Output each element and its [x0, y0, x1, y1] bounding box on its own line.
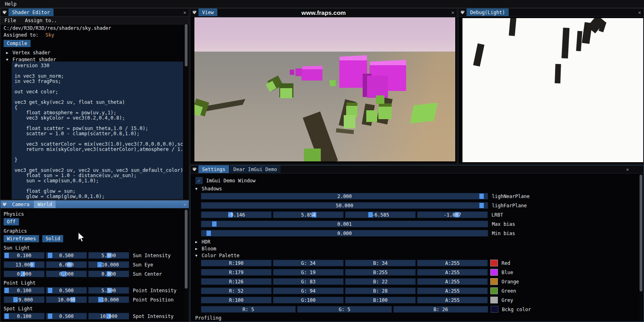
drag-slider[interactable]: -10.000 [88, 296, 129, 303]
settings-scrollbar[interactable] [639, 174, 643, 321]
close-icon[interactable]: ✕ [623, 165, 632, 173]
compile-button[interactable]: Compile [4, 40, 31, 47]
color-channel-drag[interactable]: G: 19 [273, 269, 344, 276]
color-channel-drag[interactable]: R:190 [201, 260, 272, 266]
slider-value: R: 52 [201, 288, 272, 294]
tree-node-color-palette[interactable]: ▼ Color Palette [195, 253, 638, 258]
color-channel-drag[interactable]: G: 34 [273, 260, 344, 266]
color-channel-drag[interactable]: G: 83 [273, 278, 344, 285]
drag-slider[interactable]: 5.854 [273, 211, 344, 218]
button-solid[interactable]: Solid [42, 235, 63, 242]
color-channel-drag[interactable]: B: 28 [345, 287, 416, 294]
tab-world[interactable]: World [34, 200, 56, 208]
tab-settings[interactable]: Settings [198, 165, 229, 173]
drag-slider[interactable]: 0.500 [46, 313, 87, 320]
color-swatch[interactable] [490, 278, 498, 285]
tab-shader-editor[interactable]: Shader Editor [8, 8, 54, 16]
drag-slider[interactable]: 0.500 [46, 287, 87, 294]
color-channel-drag[interactable]: A:255 [417, 287, 488, 294]
drag-slider[interactable]: -6.585 [345, 211, 416, 218]
scrollbar-thumb[interactable] [185, 210, 188, 289]
drag-slider[interactable]: -9.000 [4, 296, 45, 303]
drag-slider[interactable]: 0.500 [46, 252, 87, 259]
tree-node-bloom[interactable]: ▶ Bloom [195, 246, 638, 251]
drag-slider[interactable]: 0.000 [46, 270, 87, 277]
drag-slider[interactable]: 10.000 [46, 296, 87, 303]
drag-slider[interactable]: 0.000 [88, 270, 129, 277]
drag-slider[interactable]: -9.146 [201, 211, 272, 218]
slider-row-label: Max bias [492, 221, 515, 227]
slider-value: -1.807 [417, 212, 488, 218]
color-channel-drag[interactable]: B:255 [345, 269, 416, 276]
slider-row-label: Sun Center [133, 271, 162, 277]
color-channel-drag[interactable]: A:255 [417, 269, 488, 276]
color-channel-drag[interactable]: B: 34 [345, 260, 416, 266]
drag-slider[interactable]: 50.000 [201, 202, 488, 209]
drag-slider[interactable]: 0.000 [201, 230, 488, 237]
menu-item-help[interactable]: Help [5, 1, 17, 7]
color-channel-drag[interactable]: R: 52 [201, 287, 272, 294]
collapse-icon[interactable] [190, 165, 198, 173]
drag-slider[interactable]: 2.000 [201, 193, 488, 200]
tab-debug-light[interactable]: Debug(Light) [466, 8, 509, 16]
color-channel-drag[interactable]: A:255 [417, 260, 488, 266]
collapse-icon[interactable] [458, 8, 466, 16]
view-window: View ✕ www.fraps.com [190, 8, 457, 164]
color-swatch[interactable] [491, 306, 498, 313]
button-off[interactable]: Off [4, 218, 19, 225]
color-channel-drag[interactable]: B: 22 [345, 278, 416, 285]
drag-slider[interactable]: 0.100 [4, 313, 45, 320]
drag-slider[interactable]: 0.100 [4, 287, 45, 294]
drag-slider[interactable]: 10.000 [88, 313, 129, 320]
drag-slider[interactable]: 0.001 [201, 221, 488, 227]
shader-editor-scrollbar[interactable] [184, 24, 188, 199]
slider-value: G: 19 [273, 270, 344, 275]
shader-editor-menubar: File Assign to.. [0, 17, 189, 25]
scrollbar-thumb[interactable] [640, 175, 642, 291]
drag-slider[interactable]: 5.500 [88, 287, 129, 294]
palette-row-label: Bckg color [502, 307, 531, 312]
color-channel-drag[interactable]: G: 5 [297, 306, 392, 313]
drag-slider[interactable]: 13.000 [4, 261, 45, 268]
color-channel-drag[interactable]: A:255 [417, 278, 488, 285]
collapse-icon[interactable] [0, 200, 8, 208]
tree-node-shadows[interactable]: ▼ Shadows [195, 186, 638, 191]
scene-shape [367, 76, 388, 98]
drag-slider[interactable]: 0.000 [4, 270, 45, 277]
close-icon[interactable]: ✕ [181, 8, 189, 16]
color-channel-drag[interactable]: B: 26 [393, 306, 488, 313]
tab-camera[interactable]: Camera [8, 200, 33, 208]
color-swatch[interactable] [490, 269, 498, 276]
tree-node-hdr[interactable]: ▶ HDR [195, 239, 638, 244]
color-swatch[interactable] [490, 287, 498, 294]
color-swatch[interactable] [490, 297, 498, 303]
shader-code-editor[interactable]: #version 330 in vec3 sun_norm;in vec3 fr… [12, 62, 183, 199]
collapse-icon[interactable] [0, 8, 8, 16]
color-channel-drag[interactable]: R:179 [201, 269, 272, 276]
close-icon[interactable]: ✕ [636, 8, 644, 16]
menu-item-assign-to[interactable]: Assign to.. [25, 18, 57, 23]
scrollbar-thumb[interactable] [185, 24, 188, 66]
color-channel-drag[interactable]: A:255 [417, 297, 488, 303]
menu-item-file[interactable]: File [4, 18, 16, 23]
slider-value: 0.500 [46, 288, 87, 293]
camera-world-scrollbar[interactable] [184, 209, 188, 321]
color-swatch[interactable] [490, 260, 498, 266]
drag-slider[interactable]: -10.000 [88, 261, 129, 268]
color-channel-drag[interactable]: B:100 [345, 297, 416, 303]
color-channel-drag[interactable]: G: 94 [273, 287, 344, 294]
color-channel-drag[interactable]: G:100 [273, 297, 344, 303]
tab-dear-imgui-demo[interactable]: Dear ImGui Demo [230, 165, 281, 173]
close-icon[interactable]: ✕ [181, 200, 189, 208]
drag-slider[interactable]: 5.000 [88, 252, 129, 259]
button-wireframes[interactable]: Wireframes [4, 235, 39, 242]
tree-node-vertex-shader[interactable]: ▶ Vertex shader [6, 50, 50, 55]
imgui-demo-checkbox[interactable]: ✓ [195, 177, 203, 184]
drag-slider[interactable]: 6.000 [46, 261, 87, 268]
drag-slider[interactable]: 0.100 [4, 252, 45, 259]
color-channel-drag[interactable]: R:126 [201, 278, 272, 285]
drag-slider[interactable]: -1.807 [417, 211, 488, 218]
color-channel-drag[interactable]: R:100 [201, 297, 272, 303]
color-channel-drag[interactable]: R: 5 [201, 306, 296, 313]
slider-value: 13.000 [4, 262, 45, 268]
